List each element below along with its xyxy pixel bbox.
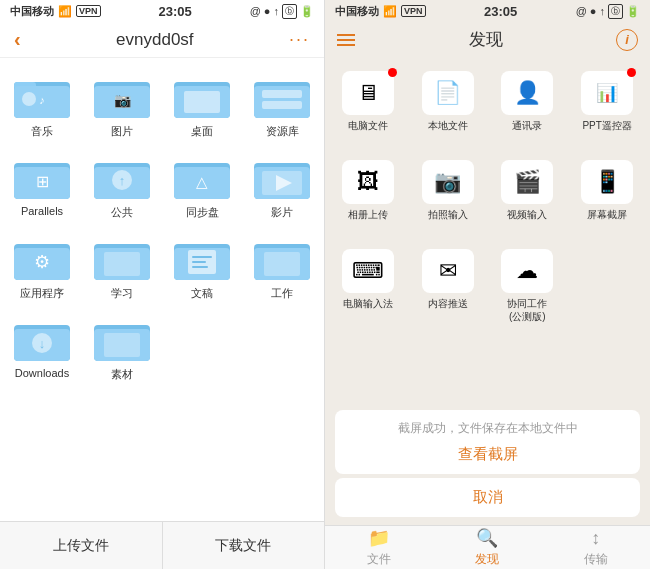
notification-card: 截屏成功，文件保存在本地文件中 查看截屏: [335, 410, 640, 474]
left-panel: 中国移动 📶 VPN 23:05 @ ● ↑ ⓑ 🔋 ‹ evnydd0sf ·…: [0, 0, 325, 569]
feature-item-camera-input[interactable]: 📷 拍照输入: [409, 152, 487, 229]
feature-icon-content-push: ✉: [422, 249, 474, 293]
feature-label-album-upload: 相册上传: [348, 208, 388, 221]
feature-icon-camera-input: 📷: [422, 160, 474, 204]
right-status-carrier: 中国移动 📶 VPN: [335, 4, 426, 19]
file-item-public[interactable]: ↑ 公共: [84, 149, 160, 226]
file-item-desktop[interactable]: 桌面: [164, 68, 240, 145]
svg-rect-3: [22, 92, 36, 106]
file-item-apps[interactable]: ⚙ 应用程序: [4, 230, 80, 307]
upload-button[interactable]: 上传文件: [0, 522, 163, 569]
tab-discover[interactable]: 🔍 发现: [433, 526, 541, 569]
tab-files[interactable]: 📁 文件: [325, 526, 433, 569]
file-label-parallels: Parallels: [21, 205, 63, 217]
feature-icon-video-input: 🎬: [501, 160, 553, 204]
download-button[interactable]: 下载文件: [163, 522, 325, 569]
folder-icon-study: [94, 236, 150, 282]
left-status-carrier: 中国移动 📶 VPN: [10, 4, 101, 19]
feature-icon-ppt: 📊: [581, 71, 633, 115]
svg-text:⊞: ⊞: [36, 173, 49, 190]
view-screenshot-link[interactable]: 查看截屏: [349, 445, 626, 464]
feature-label-collab: 协同工作(公测版): [507, 297, 547, 323]
left-status-icons: @ ● ↑ ⓑ 🔋: [250, 4, 314, 19]
folder-icon-music: ♪: [14, 74, 70, 120]
svg-text:♪: ♪: [39, 94, 45, 106]
feature-item-empty: [568, 241, 646, 331]
tab-files-label: 文件: [367, 551, 391, 568]
cancel-card[interactable]: 取消: [335, 478, 640, 517]
back-button[interactable]: ‹: [14, 28, 21, 51]
folder-icon-material: [94, 317, 150, 363]
svg-rect-14: [262, 101, 302, 109]
feature-label-ppt: PPT遥控器: [582, 119, 631, 132]
feature-item-contacts[interactable]: 👤 通讯录: [489, 63, 567, 140]
red-dot-pc-file: [388, 68, 397, 77]
tab-files-icon: 📁: [368, 527, 390, 549]
file-label-picture: 图片: [111, 124, 133, 139]
file-item-resource[interactable]: 资源库: [244, 68, 320, 145]
tab-transfer-label: 传输: [584, 551, 608, 568]
file-label-resource: 资源库: [266, 124, 299, 139]
right-status-icons: @ ● ↑ ⓑ 🔋: [576, 4, 640, 19]
right-header: 发现 i: [325, 22, 650, 57]
feature-icon-pc-file: 🖥: [342, 71, 394, 115]
file-grid: ♪ 音乐 📷 图片: [0, 58, 324, 521]
file-label-downloads: Downloads: [15, 367, 69, 379]
feature-item-album-upload[interactable]: 🖼 相册上传: [329, 152, 407, 229]
file-label-material: 素材: [111, 367, 133, 382]
feature-item-pc-file[interactable]: 🖥 电脑文件: [329, 63, 407, 140]
feature-icon-album-upload: 🖼: [342, 160, 394, 204]
more-button[interactable]: ···: [289, 29, 310, 50]
feature-item-content-push[interactable]: ✉ 内容推送: [409, 241, 487, 331]
feature-label-video-input: 视频输入: [507, 208, 547, 221]
tab-transfer-icon: ↕: [591, 528, 600, 549]
feature-item-collab[interactable]: ☁ 协同工作(公测版): [489, 241, 567, 331]
feature-item-ppt[interactable]: 📊 PPT遥控器: [568, 63, 646, 140]
folder-icon-docs: [174, 236, 230, 282]
feature-icon-keyboard: ⌨: [342, 249, 394, 293]
feature-label-contacts: 通讯录: [512, 119, 542, 132]
left-status-time: 23:05: [158, 4, 191, 19]
svg-text:↓: ↓: [39, 336, 46, 351]
feature-item-screenshot[interactable]: 📱 屏幕截屏: [568, 152, 646, 229]
svg-rect-10: [184, 91, 220, 113]
right-panel: 中国移动 📶 VPN 23:05 @ ● ↑ ⓑ 🔋 发现 i 🖥: [325, 0, 650, 569]
right-status-time: 23:05: [484, 4, 517, 19]
feature-icon-local-file: 📄: [422, 71, 474, 115]
menu-button[interactable]: [337, 34, 355, 46]
file-label-study: 学习: [111, 286, 133, 301]
svg-rect-43: [264, 252, 300, 276]
file-label-sync: 同步盘: [186, 205, 219, 220]
folder-icon-downloads: ↓: [14, 317, 70, 363]
svg-rect-34: [104, 252, 140, 276]
cancel-label[interactable]: 取消: [473, 488, 503, 505]
file-item-material[interactable]: 素材: [84, 311, 160, 388]
feature-item-local-file[interactable]: 📄 本地文件: [409, 63, 487, 140]
file-label-music: 音乐: [31, 124, 53, 139]
feature-item-video-input[interactable]: 🎬 视频输入: [489, 152, 567, 229]
file-item-parallels[interactable]: ⊞ Parallels: [4, 149, 80, 226]
file-item-downloads[interactable]: ↓ Downloads: [4, 311, 80, 388]
info-button[interactable]: i: [616, 29, 638, 51]
feature-label-local-file: 本地文件: [428, 119, 468, 132]
file-item-movies[interactable]: 影片: [244, 149, 320, 226]
folder-title: evnydd0sf: [116, 30, 194, 50]
file-item-music[interactable]: ♪ 音乐: [4, 68, 80, 145]
svg-rect-39: [192, 261, 206, 263]
svg-rect-50: [104, 333, 140, 357]
tab-discover-label: 发现: [475, 551, 499, 568]
file-item-sync[interactable]: △ 同步盘: [164, 149, 240, 226]
notification-text: 截屏成功，文件保存在本地文件中: [349, 420, 626, 437]
file-item-docs[interactable]: 文稿: [164, 230, 240, 307]
discover-title: 发现: [469, 28, 503, 51]
feature-icon-screenshot: 📱: [581, 160, 633, 204]
file-label-apps: 应用程序: [20, 286, 64, 301]
feature-label-keyboard: 电脑输入法: [343, 297, 393, 310]
feature-item-keyboard[interactable]: ⌨ 电脑输入法: [329, 241, 407, 331]
file-item-study[interactable]: 学习: [84, 230, 160, 307]
file-item-work[interactable]: 工作: [244, 230, 320, 307]
folder-icon-picture: 📷: [94, 74, 150, 120]
folder-icon-movies: [254, 155, 310, 201]
tab-transfer[interactable]: ↕ 传输: [542, 526, 650, 569]
file-item-picture[interactable]: 📷 图片: [84, 68, 160, 145]
